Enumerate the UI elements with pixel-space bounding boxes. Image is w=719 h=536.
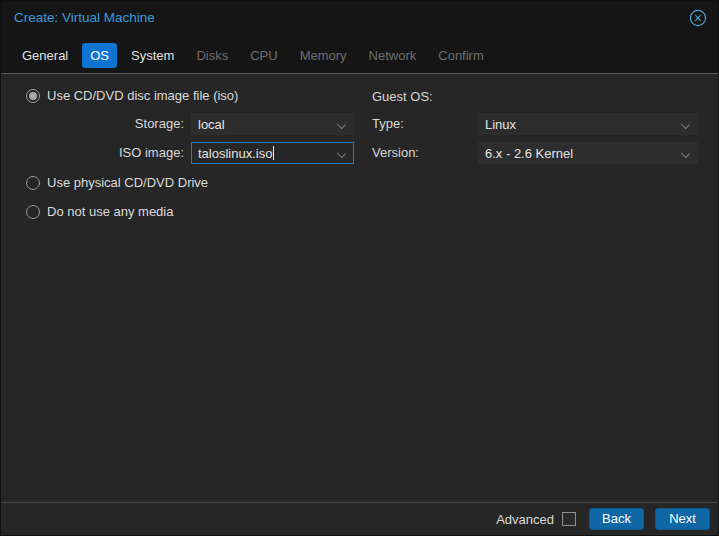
os-version-value: 6.x - 2.6 Kernel [485, 146, 573, 161]
radio-option-label: Use CD/DVD disc image file (iso) [47, 88, 238, 103]
storage-label: Storage: [91, 113, 184, 135]
chevron-down-icon [681, 120, 690, 129]
guest-os-heading: Guest OS: [372, 89, 433, 104]
tab-cpu: CPU [242, 43, 285, 68]
radio-icon [26, 205, 40, 219]
chevron-down-icon [681, 149, 690, 158]
close-icon[interactable] [689, 9, 707, 27]
chevron-down-icon [337, 149, 346, 158]
iso-image-value: taloslinux.iso [198, 146, 272, 161]
text-cursor [273, 146, 274, 160]
tab-memory: Memory [292, 43, 355, 68]
tab-system[interactable]: System [123, 43, 182, 68]
version-label: Version: [372, 142, 419, 164]
tab-disks: Disks [188, 43, 236, 68]
dialog-body: Use CD/DVD disc image file (iso) Storage… [1, 75, 718, 502]
dialog-header: Create: Virtual Machine General OS Syste… [1, 1, 718, 74]
storage-value: local [198, 117, 225, 132]
tab-os[interactable]: OS [82, 43, 117, 68]
radio-option-label: Use physical CD/DVD Drive [47, 175, 208, 190]
radio-icon [26, 176, 40, 190]
dialog-footer: Advanced Back Next [1, 502, 718, 535]
iso-image-combo[interactable]: taloslinux.iso [191, 142, 354, 164]
create-vm-dialog: Create: Virtual Machine General OS Syste… [0, 0, 719, 536]
os-version-select[interactable]: 6.x - 2.6 Kernel [478, 142, 698, 164]
radio-option-label: Do not use any media [47, 204, 173, 219]
storage-select[interactable]: local [191, 113, 354, 135]
next-button[interactable]: Next [655, 508, 710, 530]
os-type-value: Linux [485, 117, 516, 132]
tab-confirm: Confirm [430, 43, 492, 68]
dialog-title: Create: Virtual Machine [14, 10, 155, 25]
tab-general[interactable]: General [14, 43, 76, 68]
radio-option-physical-drive[interactable]: Use physical CD/DVD Drive [26, 175, 208, 190]
radio-option-no-media[interactable]: Do not use any media [26, 204, 173, 219]
os-type-select[interactable]: Linux [478, 113, 698, 135]
advanced-label: Advanced [496, 512, 554, 527]
radio-selected-icon [26, 89, 40, 103]
chevron-down-icon [337, 120, 346, 129]
tab-network: Network [361, 43, 425, 68]
type-label: Type: [372, 113, 404, 135]
back-button[interactable]: Back [589, 508, 644, 530]
advanced-checkbox[interactable] [562, 512, 576, 526]
tab-bar: General OS System Disks CPU Memory Netwo… [14, 41, 718, 69]
iso-image-label: ISO image: [91, 142, 184, 164]
radio-option-cd-image[interactable]: Use CD/DVD disc image file (iso) [26, 88, 238, 103]
